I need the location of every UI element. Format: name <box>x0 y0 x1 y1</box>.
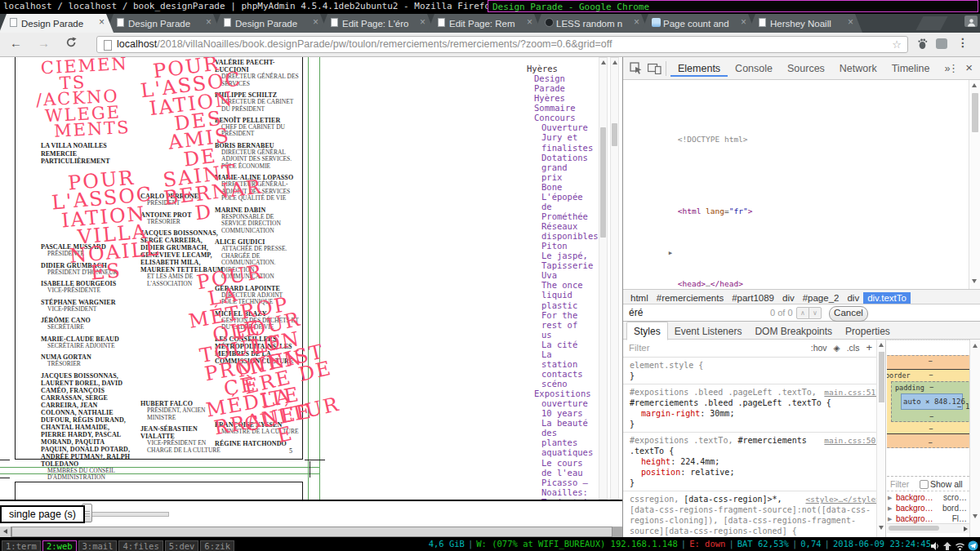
extension-icon[interactable] <box>936 38 947 49</box>
nav-link[interactable]: Design Parade <box>527 73 600 93</box>
nav-link[interactable]: The once liquid plastic <box>527 280 600 309</box>
expand-icon[interactable]: ▶ <box>888 505 892 512</box>
nav-link[interactable]: Bone <box>527 182 600 192</box>
tab-close-icon[interactable]: × <box>631 17 642 29</box>
pseudo-hover-toggle[interactable]: :hov <box>811 343 827 353</box>
nav-link[interactable]: ouverture 10 years <box>527 398 600 418</box>
expand-icon[interactable]: ▶ <box>888 495 892 501</box>
box-model-content[interactable]: auto × 848.126 <box>901 393 963 410</box>
wifi-icon[interactable] <box>955 539 965 551</box>
sidebar-tab[interactable]: Properties <box>839 322 897 340</box>
nav-link[interactable]: Ouverture <box>527 122 600 132</box>
horizontal-scroll-thumb[interactable] <box>11 527 612 537</box>
nav-link[interactable]: La cité <box>527 340 600 349</box>
styles-filter-input[interactable]: Filter <box>629 343 650 353</box>
address-bar[interactable]: localhost/2018/villaNoailles/book.design… <box>96 36 908 53</box>
nav-link[interactable]: Le jaspé, Tapisserie Uva <box>527 251 600 280</box>
browser-menu-icon[interactable]: ⋮ <box>957 36 969 49</box>
nav-scrollbar[interactable] <box>599 57 608 500</box>
reload-button[interactable] <box>65 37 77 51</box>
scroll-up-icon[interactable] <box>601 60 606 64</box>
computed-property-row[interactable]: ▶ backgro… bord… <box>887 504 969 514</box>
new-rule-icon[interactable]: + <box>866 341 872 353</box>
horizontal-scrollbar[interactable] <box>0 527 622 537</box>
nav-link[interactable]: contacts <box>527 369 600 379</box>
find-next-icon[interactable]: ∨ <box>808 307 822 319</box>
scroll-right-icon[interactable] <box>964 527 968 531</box>
box-model-border[interactable]: border padding auto × 848.126 <box>887 369 969 434</box>
scrollbar-thumb[interactable] <box>879 352 884 402</box>
dom-tree-line[interactable]: <!DOCTYPE html> <box>623 82 969 155</box>
browser-tab[interactable]: Edit Page: L'éro × <box>320 14 434 33</box>
sidebar-tab[interactable]: Styles <box>626 322 668 340</box>
profile-avatar-icon[interactable] <box>964 16 978 27</box>
property-value[interactable]: relative <box>690 468 734 477</box>
scroll-down-icon[interactable] <box>973 514 978 518</box>
new-tab-button[interactable] <box>915 16 947 30</box>
computed-filter-input[interactable]: Filter <box>890 479 909 489</box>
nav-link[interactable]: For the rest of us <box>527 310 600 340</box>
tree-expand-icon[interactable]: ▶ <box>669 248 678 259</box>
inspect-element-icon[interactable] <box>630 62 643 78</box>
css-rule[interactable]: <style>…</style> cssregion, [data-css-re… <box>623 491 885 537</box>
workspace-button[interactable]: 4:files <box>118 540 163 551</box>
property-value[interactable]: 30mm <box>710 409 734 418</box>
property-name[interactable]: position <box>641 468 690 477</box>
nav-link[interactable]: Concours <box>527 113 600 122</box>
breadcrumb-item[interactable]: #page_2 <box>799 292 844 304</box>
scroll-up-icon[interactable] <box>973 344 978 348</box>
tab-close-icon[interactable]: × <box>310 17 321 29</box>
chrome-window-title[interactable]: Design Parade - Google Chrome <box>488 0 978 12</box>
browser-tab[interactable]: Design Parade × <box>0 14 114 33</box>
scroll-up-icon[interactable] <box>612 60 617 64</box>
tree-scrollbar[interactable] <box>969 80 980 289</box>
nav-link[interactable]: Jury et finalistes <box>527 132 600 152</box>
computed-property-row[interactable]: ▶ backgro… scro… <box>887 493 969 504</box>
nav-link[interactable]: Sommaire <box>527 103 600 113</box>
property-name[interactable]: margin-right <box>641 409 710 418</box>
devtools-tab[interactable]: Elements <box>670 57 728 77</box>
toolbar-toggle-button[interactable]: single page (s) <box>0 505 85 523</box>
dom-tree-line[interactable]: ▶ <head>…</head> <box>623 228 969 289</box>
breadcrumb-item[interactable]: div <box>778 292 799 304</box>
find-input[interactable]: éré <box>629 307 643 318</box>
css-rule[interactable]: element.style { } <box>623 358 885 384</box>
scrollbar-thumb[interactable] <box>972 93 978 132</box>
devtools-close-icon[interactable]: × <box>965 60 973 74</box>
nav-link[interactable]: Hyères <box>527 64 600 73</box>
breadcrumb-item[interactable]: #remerciements <box>653 292 728 304</box>
dom-tree-line[interactable]: <html lang="fr"> <box>623 155 969 228</box>
nav-link[interactable]: Hyères <box>527 93 600 103</box>
scroll-down-icon[interactable] <box>972 279 977 283</box>
breadcrumb-item[interactable]: div <box>843 292 863 304</box>
breadcrumb-item[interactable]: div.textTo <box>863 292 911 304</box>
breadcrumb-item[interactable]: #part1089 <box>728 292 778 304</box>
scroll-left-icon[interactable] <box>0 527 11 537</box>
tab-close-icon[interactable]: × <box>524 17 535 29</box>
tab-close-icon[interactable]: × <box>203 17 214 29</box>
scrollbar-thumb[interactable] <box>600 127 606 238</box>
box-model-margin[interactable]: border padding auto × 848.126 <box>887 355 969 448</box>
styles-scrollbar[interactable] <box>876 340 886 537</box>
workspace-button[interactable]: 6:zik <box>200 540 234 551</box>
find-cancel-button[interactable]: Cancel <box>829 306 868 322</box>
breadcrumb-item[interactable]: html <box>626 292 653 304</box>
tab-close-icon[interactable]: × <box>417 17 428 29</box>
property-value[interactable]: 224.4mm <box>680 457 719 466</box>
css-source-link[interactable]: <style>…</style> <box>805 494 880 504</box>
devtools-tab[interactable]: Network <box>832 57 884 77</box>
css-declaration[interactable]: height224.4mm <box>630 456 880 467</box>
computed-scrollbar[interactable] <box>969 340 980 537</box>
nav-link[interactable]: La beauté des plantes aquatiques <box>527 418 600 457</box>
nav-link[interactable]: scéno <box>527 379 600 389</box>
telegram-icon[interactable] <box>968 539 978 551</box>
box-model-padding[interactable]: padding auto × 848.126 <box>891 381 969 422</box>
browser-tab[interactable]: LESS random n × <box>534 14 648 33</box>
devtools-tab[interactable]: Sources <box>780 57 832 77</box>
devtools-menu-icon[interactable]: ⋮ <box>948 62 959 74</box>
expand-icon[interactable]: ▶ <box>888 516 892 522</box>
tab-close-icon[interactable]: × <box>96 17 107 29</box>
nav-link[interactable]: Le cours de l'eau <box>527 458 600 478</box>
volume-icon[interactable] <box>930 539 940 551</box>
workspace-button[interactable]: 2:web <box>42 540 77 551</box>
